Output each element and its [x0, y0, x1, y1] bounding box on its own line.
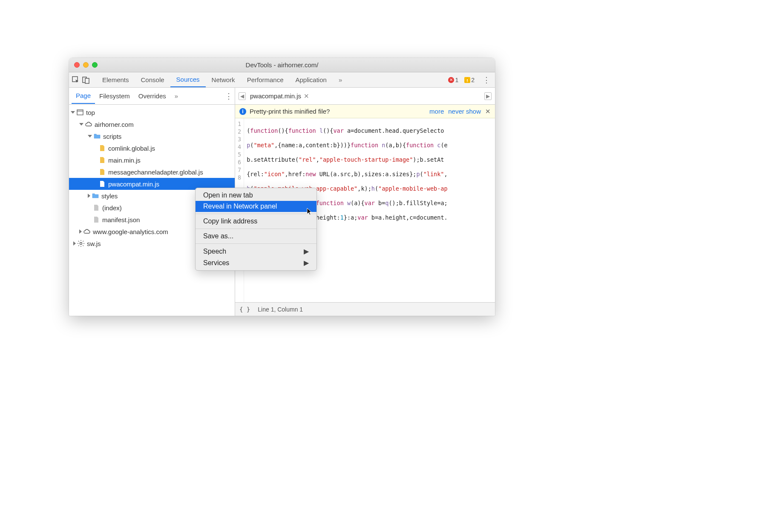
chevron-down-icon [71, 111, 75, 114]
chevron-right-icon [73, 241, 76, 246]
chevron-right-icon [79, 229, 82, 234]
tab-application[interactable]: Application [290, 73, 333, 87]
window-controls [69, 62, 98, 68]
tab-network[interactable]: Network [206, 73, 241, 87]
navigator-tabs: Page Filesystem Overrides » ⋮ [69, 88, 235, 105]
svg-rect-4 [467, 81, 468, 82]
device-toggle-icon[interactable] [82, 76, 90, 84]
ctx-services[interactable]: Services▶ [196, 257, 316, 269]
document-icon [93, 204, 100, 211]
ctx-reveal-network[interactable]: Reveal in Network panel [196, 201, 316, 212]
ctx-copy-link[interactable]: Copy link address [196, 216, 316, 227]
editor-file-tab[interactable]: pwacompat.min.js ✕ [250, 92, 309, 100]
error-icon: ✕ [448, 77, 454, 83]
chevron-right-icon [88, 194, 90, 198]
pretty-print-button[interactable]: { } [239, 306, 250, 313]
cloud-icon [85, 121, 92, 128]
infobar-close-icon[interactable]: ✕ [485, 108, 491, 115]
tree-domain[interactable]: airhorner.com [69, 118, 235, 130]
cloud-icon [83, 228, 90, 235]
document-icon [93, 216, 100, 223]
navigator-menu-icon[interactable]: ⋮ [223, 90, 235, 102]
folder-icon [94, 133, 101, 140]
ctx-speech[interactable]: Speech▶ [196, 246, 316, 257]
close-window-button[interactable] [74, 62, 80, 68]
js-file-icon [99, 180, 106, 187]
tab-performance[interactable]: Performance [241, 73, 290, 87]
chevron-down-icon [79, 123, 83, 126]
editor-tabs: ◀ pwacompat.min.js ✕ ▶ [235, 88, 495, 105]
tree-file[interactable]: messagechanneladapter.global.js [69, 166, 235, 178]
folder-icon [92, 192, 99, 199]
chevron-down-icon [88, 135, 92, 137]
devtools-window: DevTools - airhorner.com/ Elements Conso… [69, 58, 495, 316]
tabs-overflow-icon[interactable]: » [333, 73, 348, 87]
ctx-open-new-tab[interactable]: Open in new tab [196, 190, 316, 201]
infobar-more-link[interactable]: more [429, 108, 444, 115]
js-file-icon [99, 145, 106, 152]
warning-icon [464, 77, 470, 83]
panel-tabs: Elements Console Sources Network Perform… [96, 72, 348, 87]
cursor-position: Line 1, Column 1 [258, 306, 303, 313]
window-title: DevTools - airhorner.com/ [69, 61, 495, 69]
titlebar: DevTools - airhorner.com/ [69, 58, 495, 72]
tree-file[interactable]: main.min.js [69, 154, 235, 166]
tab-console[interactable]: Console [135, 73, 170, 87]
inspect-element-icon[interactable] [72, 76, 80, 84]
error-count[interactable]: ✕ 1 [448, 77, 458, 83]
svg-rect-5 [77, 110, 83, 115]
maximize-window-button[interactable] [92, 62, 98, 68]
gear-icon [78, 240, 84, 247]
info-icon: i [239, 108, 246, 115]
tab-sources[interactable]: Sources [170, 72, 206, 87]
navigator-tab-overrides[interactable]: Overrides [134, 89, 170, 103]
nav-back-icon[interactable]: ◀ [239, 92, 246, 100]
navigator-tabs-overflow-icon[interactable]: » [170, 89, 182, 103]
minimize-window-button[interactable] [83, 62, 89, 68]
js-file-icon [99, 169, 106, 175]
editor-statusbar: { } Line 1, Column 1 [235, 302, 495, 316]
ctx-save-as[interactable]: Save as... [196, 231, 316, 242]
svg-point-7 [80, 243, 82, 245]
pretty-print-infobar: i Pretty-print this minified file? more … [235, 105, 495, 118]
tab-elements[interactable]: Elements [96, 73, 135, 87]
tree-top[interactable]: top [69, 106, 235, 118]
settings-menu-icon[interactable]: ⋮ [480, 74, 492, 86]
js-file-icon [99, 157, 106, 163]
warning-count[interactable]: 2 [464, 77, 475, 83]
frame-icon [77, 109, 83, 116]
svg-rect-2 [85, 78, 89, 83]
navigator-tab-filesystem[interactable]: Filesystem [95, 89, 134, 103]
close-tab-icon[interactable]: ✕ [304, 92, 309, 100]
navigator-tab-page[interactable]: Page [72, 88, 95, 104]
tree-folder-scripts[interactable]: scripts [69, 130, 235, 142]
infobar-text: Pretty-print this minified file? [250, 108, 330, 115]
context-menu: Open in new tab Reveal in Network panel … [195, 188, 317, 271]
svg-rect-3 [467, 79, 468, 81]
nav-forward-icon[interactable]: ▶ [484, 92, 492, 100]
main-toolbar: Elements Console Sources Network Perform… [69, 72, 495, 88]
tree-file[interactable]: comlink.global.js [69, 142, 235, 154]
infobar-nevershow-link[interactable]: never show [448, 108, 481, 115]
